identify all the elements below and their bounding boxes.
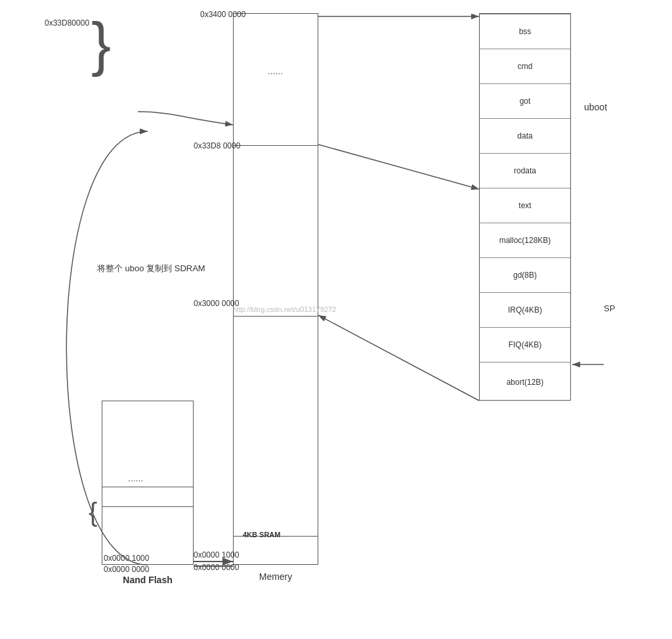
nand-flash-box (102, 401, 194, 565)
sdram-row-got: got (480, 83, 570, 118)
nand-flash-line2 (102, 506, 193, 507)
addr-33d80000-label: 0x33D80000 (45, 18, 89, 28)
nand-addr-0000-0000: 0x0000 0000 (104, 565, 149, 574)
sdram-row-cmd: cmd (480, 49, 570, 83)
mem-addr-3000: 0x3000 0000 (194, 299, 239, 308)
nand-flash-line1 (102, 487, 193, 487)
nand-brace-icon: { (89, 499, 97, 525)
sdram-row-irq: IRQ(4KB) (480, 292, 570, 327)
mem-addr-0000-1000: 0x0000 1000 (194, 550, 239, 560)
sdram-row-abort: abort(12B) (480, 362, 570, 401)
sdram-row-gd: gd(8B) (480, 257, 570, 292)
mem-addr-33d8: 0x33D8 0000 (194, 141, 240, 150)
sdram-row-malloc: malloc(128KB) (480, 223, 570, 257)
memory-line-33d8 (234, 145, 318, 146)
nand-flash-label: Nand Flash (102, 575, 194, 585)
nand-addr-0000-1000: 0x0000 1000 (104, 554, 149, 563)
copy-to-sdram-label: 将整个 uboo 复制到 SDRAM (97, 263, 205, 275)
sdram-row-rodata: rodata (480, 153, 570, 188)
memory-4kb-sram: 4KB SRAM (243, 531, 280, 539)
watermark: http://blog.csdn.net/u013179272 (233, 305, 336, 313)
sdram-row-fiq: FIQ(4KB) (480, 327, 570, 362)
svg-line-3 (318, 144, 479, 189)
sdram-row-bss: bss (480, 14, 570, 49)
sdram-box: bss cmd got data rodata text malloc(128K… (479, 13, 571, 401)
mem-addr-3400: 0x3400 0000 (200, 10, 245, 19)
svg-line-4 (318, 315, 479, 401)
nand-dots: ...... (128, 473, 143, 483)
memory-label: Memery (233, 571, 318, 582)
memory-box (233, 13, 318, 565)
memory-line-3000 (234, 316, 318, 317)
uboot-label: uboot (584, 102, 607, 112)
sdram-row-data: data (480, 118, 570, 153)
uboot-brace-icon: } (91, 14, 111, 74)
diagram: 0x33D80000 ...... 0x0000 1000 0x0000 000… (0, 0, 672, 639)
arrows-svg (0, 0, 672, 639)
mem-addr-0000-0000: 0x0000 0000 (194, 563, 239, 572)
memory-dots: ...... (268, 66, 283, 76)
sp-label: SP (604, 303, 615, 313)
sdram-row-text: text (480, 188, 570, 223)
